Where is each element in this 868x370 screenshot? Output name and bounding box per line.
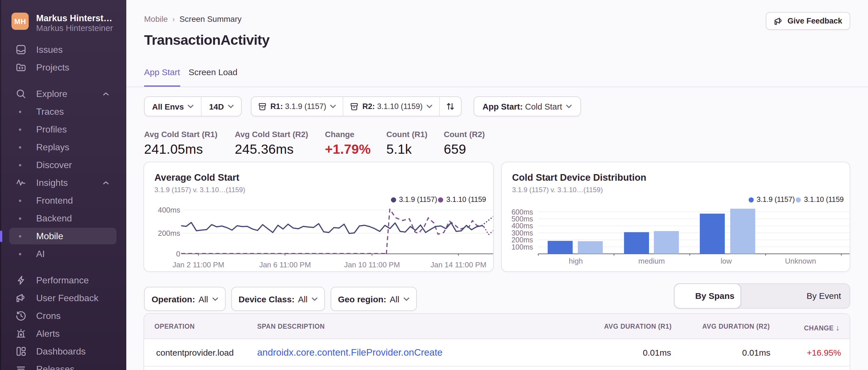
svg-text:Jan 10 11:00 PM: Jan 10 11:00 PM [344, 261, 400, 269]
svg-text:200ms: 200ms [512, 236, 533, 244]
svg-text:400ms: 400ms [512, 222, 533, 230]
svg-text:high: high [569, 257, 583, 265]
svg-text:0: 0 [176, 249, 180, 258]
svg-text:500ms: 500ms [512, 215, 533, 223]
svg-text:300ms: 300ms [512, 229, 533, 237]
svg-text:200ms: 200ms [158, 229, 180, 237]
svg-text:medium: medium [639, 257, 665, 265]
svg-text:Jan 2 11:00 PM: Jan 2 11:00 PM [173, 261, 224, 269]
svg-text:100ms: 100ms [512, 243, 533, 251]
svg-text:Unknown: Unknown [785, 257, 816, 265]
svg-text:low: low [720, 257, 732, 265]
svg-text:400ms: 400ms [158, 206, 180, 214]
svg-text:Jan 6 11:00 PM: Jan 6 11:00 PM [259, 261, 311, 269]
svg-text:Jan 14 11:00 PM: Jan 14 11:00 PM [431, 261, 487, 269]
svg-text:600ms: 600ms [512, 208, 533, 216]
